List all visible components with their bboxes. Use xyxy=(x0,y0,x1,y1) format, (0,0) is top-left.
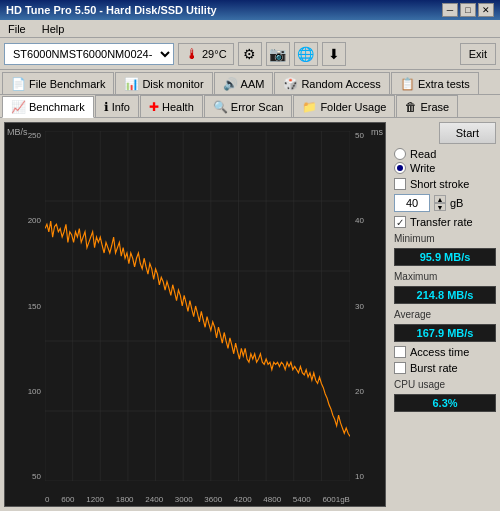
icon-btn-1[interactable]: ⚙ xyxy=(238,42,262,66)
y-axis-right: 50 40 30 20 10 xyxy=(353,131,385,481)
y-left-100: 100 xyxy=(5,387,41,396)
temperature-value: 29°C xyxy=(202,48,227,60)
spin-buttons: ▲ ▼ xyxy=(434,195,446,211)
extra-tests-icon: 📋 xyxy=(400,77,415,91)
file-benchmark-icon: 📄 xyxy=(11,77,26,91)
x-5400: 5400 xyxy=(293,495,311,504)
y-right-30: 30 xyxy=(355,302,385,311)
maximize-button[interactable]: □ xyxy=(460,3,476,17)
x-axis-labels: 0 600 1200 1800 2400 3000 3600 4200 4800… xyxy=(45,495,350,504)
tab-erase[interactable]: 🗑 Erase xyxy=(396,95,458,117)
health-icon: ✚ xyxy=(149,100,159,114)
write-label: Write xyxy=(410,162,435,174)
write-radio-item[interactable]: Write xyxy=(394,162,496,174)
short-stroke-label: Short stroke xyxy=(410,178,469,190)
tabs-container-2: 📈 Benchmark ℹ Info ✚ Health 🔍 Error Scan… xyxy=(0,95,500,118)
x-6001: 6001gB xyxy=(322,495,350,504)
exit-button[interactable]: Exit xyxy=(460,43,496,65)
average-value: 167.9 MB/s xyxy=(394,324,496,342)
tab-error-scan[interactable]: 🔍 Error Scan xyxy=(204,95,293,117)
access-time-checkbox[interactable] xyxy=(394,346,406,358)
right-panel: Start Read Write Short stroke ▲ ▼ gB ✓ xyxy=(390,118,500,511)
toolbar: ST6000NMST6000NM0024-1HT (6001 gB) 🌡 29°… xyxy=(0,38,500,70)
minimum-label: Minimum xyxy=(394,233,496,244)
tab-folder-usage[interactable]: 📁 Folder Usage xyxy=(293,95,395,117)
x-1800: 1800 xyxy=(116,495,134,504)
read-label: Read xyxy=(410,148,436,160)
write-radio[interactable] xyxy=(394,162,406,174)
burst-rate-label: Burst rate xyxy=(410,362,458,374)
tab-random-access[interactable]: 🎲 Random Access xyxy=(274,72,389,94)
tabs-container: 📄 File Benchmark 📊 Disk monitor 🔊 AAM 🎲 … xyxy=(0,70,500,95)
x-2400: 2400 xyxy=(145,495,163,504)
read-radio-item[interactable]: Read xyxy=(394,148,496,160)
maximum-label: Maximum xyxy=(394,271,496,282)
menu-file[interactable]: File xyxy=(4,22,30,36)
chart-area: 250 200 150 100 50 MB/s 50 40 30 20 10 m… xyxy=(4,122,386,507)
folder-usage-icon: 📁 xyxy=(302,100,317,114)
y-left-150: 150 xyxy=(5,302,41,311)
menu-bar: File Help xyxy=(0,20,500,38)
main-content: 250 200 150 100 50 MB/s 50 40 30 20 10 m… xyxy=(0,118,500,511)
x-3000: 3000 xyxy=(175,495,193,504)
short-stroke-input-row: ▲ ▼ gB xyxy=(394,194,496,212)
icon-btn-2[interactable]: 📷 xyxy=(266,42,290,66)
tab-disk-monitor[interactable]: 📊 Disk monitor xyxy=(115,72,212,94)
transfer-rate-checkbox[interactable]: ✓ xyxy=(394,216,406,228)
x-4800: 4800 xyxy=(263,495,281,504)
spin-down[interactable]: ▼ xyxy=(434,203,446,211)
y-left-50: 50 xyxy=(5,472,41,481)
cpu-value: 6.3% xyxy=(394,394,496,412)
thermometer-icon: 🌡 xyxy=(185,46,199,62)
error-scan-icon: 🔍 xyxy=(213,100,228,114)
drive-selector[interactable]: ST6000NMST6000NM0024-1HT (6001 gB) xyxy=(4,43,174,65)
window-title: HD Tune Pro 5.50 - Hard Disk/SSD Utility xyxy=(6,4,217,16)
x-3600: 3600 xyxy=(204,495,222,504)
burst-rate-row[interactable]: Burst rate xyxy=(394,362,496,374)
ms-label: ms xyxy=(371,127,383,137)
transfer-rate-row[interactable]: ✓ Transfer rate xyxy=(394,216,496,228)
title-bar: HD Tune Pro 5.50 - Hard Disk/SSD Utility… xyxy=(0,0,500,20)
tab-aam[interactable]: 🔊 AAM xyxy=(214,72,274,94)
menu-help[interactable]: Help xyxy=(38,22,69,36)
y-right-20: 20 xyxy=(355,387,385,396)
icon-btn-3[interactable]: 🌐 xyxy=(294,42,318,66)
start-button[interactable]: Start xyxy=(439,122,496,144)
title-bar-buttons: ─ □ ✕ xyxy=(442,3,494,17)
info-icon: ℹ xyxy=(104,100,109,114)
access-time-row[interactable]: Access time xyxy=(394,346,496,358)
tab-benchmark[interactable]: 📈 Benchmark xyxy=(2,96,94,118)
random-access-icon: 🎲 xyxy=(283,77,298,91)
x-600: 600 xyxy=(61,495,74,504)
y-axis-left: 250 200 150 100 50 xyxy=(5,131,43,481)
short-stroke-checkbox[interactable] xyxy=(394,178,406,190)
short-stroke-unit: gB xyxy=(450,197,463,209)
read-radio[interactable] xyxy=(394,148,406,160)
y-axis-unit-label: MB/s xyxy=(7,127,28,137)
benchmark-chart xyxy=(45,131,350,481)
tab-file-benchmark[interactable]: 📄 File Benchmark xyxy=(2,72,114,94)
maximum-value: 214.8 MB/s xyxy=(394,286,496,304)
benchmark-icon: 📈 xyxy=(11,100,26,114)
temperature-display: 🌡 29°C xyxy=(178,43,234,65)
average-label: Average xyxy=(394,309,496,320)
x-4200: 4200 xyxy=(234,495,252,504)
burst-rate-checkbox[interactable] xyxy=(394,362,406,374)
y-left-200: 200 xyxy=(5,216,41,225)
chart-svg-container xyxy=(45,131,350,481)
tab-info[interactable]: ℹ Info xyxy=(95,95,139,117)
tab-health[interactable]: ✚ Health xyxy=(140,95,203,117)
aam-icon: 🔊 xyxy=(223,77,238,91)
y-right-40: 40 xyxy=(355,216,385,225)
spin-up[interactable]: ▲ xyxy=(434,195,446,203)
x-0: 0 xyxy=(45,495,49,504)
icon-btn-4[interactable]: ⬇ xyxy=(322,42,346,66)
short-stroke-input[interactable] xyxy=(394,194,430,212)
minimize-button[interactable]: ─ xyxy=(442,3,458,17)
close-button[interactable]: ✕ xyxy=(478,3,494,17)
cpu-label: CPU usage xyxy=(394,379,496,390)
short-stroke-row: Short stroke xyxy=(394,178,496,190)
y-right-10: 10 xyxy=(355,472,385,481)
tab-extra-tests[interactable]: 📋 Extra tests xyxy=(391,72,479,94)
x-1200: 1200 xyxy=(86,495,104,504)
